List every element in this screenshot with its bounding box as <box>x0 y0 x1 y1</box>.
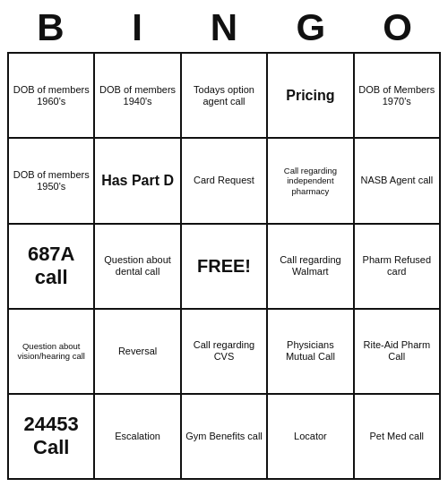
cell-r0-c1[interactable]: DOB of members 1940's <box>95 54 181 139</box>
bingo-header: B I N G O <box>7 7 441 48</box>
cell-r1-c4[interactable]: NASB Agent call <box>355 139 441 224</box>
cell-r2-c3[interactable]: Call regarding Walmart <box>268 225 354 310</box>
cell-r1-c3[interactable]: Call regarding independent pharmacy <box>268 139 354 224</box>
letter-i: I <box>94 7 181 48</box>
cell-r0-c2[interactable]: Todays option agent call <box>182 54 268 139</box>
cell-r4-c0[interactable]: 24453 Call <box>9 395 95 480</box>
cell-r0-c4[interactable]: DOB of Members 1970's <box>355 54 441 139</box>
bingo-grid: DOB of members 1960'sDOB of members 1940… <box>7 52 441 480</box>
cell-r4-c3[interactable]: Locator <box>268 395 354 480</box>
letter-g: G <box>267 7 354 48</box>
cell-r0-c3[interactable]: Pricing <box>268 54 354 139</box>
cell-r3-c0[interactable]: Question about vision/hearing call <box>9 310 95 395</box>
cell-r2-c0[interactable]: 687A call <box>9 225 95 310</box>
cell-r2-c1[interactable]: Question about dental call <box>95 225 181 310</box>
cell-r4-c1[interactable]: Escalation <box>95 395 181 480</box>
letter-n: N <box>181 7 268 48</box>
cell-r2-c4[interactable]: Pharm Refused card <box>355 225 441 310</box>
cell-r3-c4[interactable]: Rite-Aid Pharm Call <box>355 310 441 395</box>
cell-r1-c2[interactable]: Card Request <box>182 139 268 224</box>
cell-r3-c2[interactable]: Call regarding CVS <box>182 310 268 395</box>
cell-r0-c0[interactable]: DOB of members 1960's <box>9 54 95 139</box>
cell-r3-c3[interactable]: Physicians Mutual Call <box>268 310 354 395</box>
cell-r4-c2[interactable]: Gym Benefits call <box>182 395 268 480</box>
cell-r1-c0[interactable]: DOB of members 1950's <box>9 139 95 224</box>
letter-o: O <box>354 7 441 48</box>
cell-r4-c4[interactable]: Pet Med call <box>355 395 441 480</box>
cell-r2-c2[interactable]: FREE! <box>182 225 268 310</box>
letter-b: B <box>7 7 94 48</box>
cell-r1-c1[interactable]: Has Part D <box>95 139 181 224</box>
cell-r3-c1[interactable]: Reversal <box>95 310 181 395</box>
